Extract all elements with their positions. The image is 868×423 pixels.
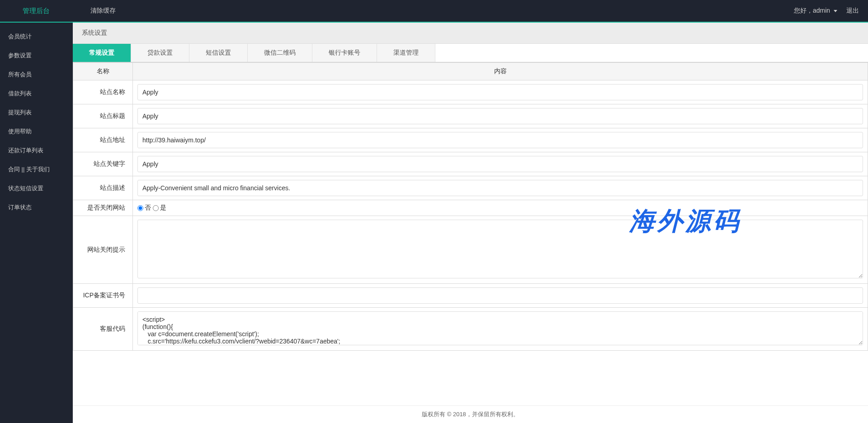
input-site-name[interactable] (137, 84, 863, 100)
clear-cache-link[interactable]: 清除缓存 (90, 7, 116, 15)
sidebar-item-repay-orders[interactable]: 还款订单列表 (0, 141, 73, 160)
row-site-url: 站点地址 (73, 128, 868, 152)
row-service-code: 客服代码 (73, 308, 868, 351)
sidebar-item-param-settings[interactable]: 参数设置 (0, 46, 73, 65)
tabs-bar: 常规设置 贷款设置 短信设置 微信二维码 银行卡账号 渠道管理 (73, 44, 868, 62)
row-close-site: 是否关闭网站 否 是 (73, 200, 868, 216)
breadcrumb: 系统设置 (73, 22, 868, 44)
input-icp[interactable] (137, 287, 863, 304)
label-site-url: 站点地址 (73, 128, 133, 152)
sidebar-item-loan-list[interactable]: 借款列表 (0, 84, 73, 103)
brand-title[interactable]: 管理后台 (23, 7, 50, 15)
col-name: 名称 (73, 63, 133, 80)
topbar: 管理后台 清除缓存 您好，admin 退出 (0, 0, 868, 22)
label-icp: ICP备案证书号 (73, 284, 133, 308)
label-service-code: 客服代码 (73, 308, 133, 351)
row-site-title: 站点标题 (73, 104, 868, 128)
tab-bank[interactable]: 银行卡账号 (312, 44, 377, 62)
label-site-title: 站点标题 (73, 104, 133, 128)
radio-no-label[interactable]: 否 (137, 204, 151, 212)
input-site-url[interactable] (137, 132, 863, 148)
logout-link[interactable]: 退出 (846, 7, 859, 15)
input-close-tip[interactable] (137, 220, 863, 278)
row-site-keywords: 站点关键字 (73, 152, 868, 176)
label-close-tip: 网站关闭提示 (73, 216, 133, 284)
chevron-down-icon (834, 10, 837, 12)
input-site-desc[interactable] (137, 180, 863, 196)
sidebar-item-all-members[interactable]: 所有会员 (0, 65, 73, 84)
row-icp: ICP备案证书号 (73, 284, 868, 308)
input-site-keywords[interactable] (137, 156, 863, 172)
sidebar-item-sms-status[interactable]: 状态短信设置 (0, 179, 73, 198)
tab-sms[interactable]: 短信设置 (189, 44, 248, 62)
label-site-desc: 站点描述 (73, 176, 133, 200)
sidebar-item-help[interactable]: 使用帮助 (0, 122, 73, 141)
radio-no[interactable] (137, 205, 143, 211)
tab-general[interactable]: 常规设置 (73, 44, 131, 62)
input-service-code[interactable] (137, 311, 863, 345)
sidebar-item-withdraw-list[interactable]: 提现列表 (0, 103, 73, 122)
sidebar-item-member-stats[interactable]: 会员统计 (0, 27, 73, 46)
radio-close-site: 否 是 (137, 204, 863, 212)
label-site-name: 站点名称 (73, 80, 133, 104)
radio-yes-label[interactable]: 是 (153, 204, 166, 212)
sidebar: 会员统计 参数设置 所有会员 借款列表 提现列表 使用帮助 还款订单列表 合同 … (0, 22, 73, 423)
sidebar-item-contract-about[interactable]: 合同 || 关于我们 (0, 160, 73, 179)
content-area: 海外源码 常规设置 贷款设置 短信设置 微信二维码 银行卡账号 渠道管理 名称 … (73, 44, 868, 405)
row-close-tip: 网站关闭提示 (73, 216, 868, 284)
user-greeting[interactable]: 您好，admin (794, 7, 837, 15)
footer: 版权所有 © 2018，并保留所有权利。 (73, 405, 868, 423)
sidebar-item-order-status[interactable]: 订单状态 (0, 198, 73, 217)
label-site-keywords: 站点关键字 (73, 152, 133, 176)
col-content: 内容 (133, 63, 868, 80)
settings-table: 名称 内容 站点名称 站点标题 站点地址 (73, 62, 868, 351)
tab-wechat-qr[interactable]: 微信二维码 (248, 44, 312, 62)
radio-yes[interactable] (153, 205, 159, 211)
tab-channel[interactable]: 渠道管理 (377, 44, 435, 62)
input-site-title[interactable] (137, 108, 863, 124)
row-site-name: 站点名称 (73, 80, 868, 104)
row-site-desc: 站点描述 (73, 176, 868, 200)
tab-loan[interactable]: 贷款设置 (131, 44, 189, 62)
label-close-site: 是否关闭网站 (73, 200, 133, 216)
